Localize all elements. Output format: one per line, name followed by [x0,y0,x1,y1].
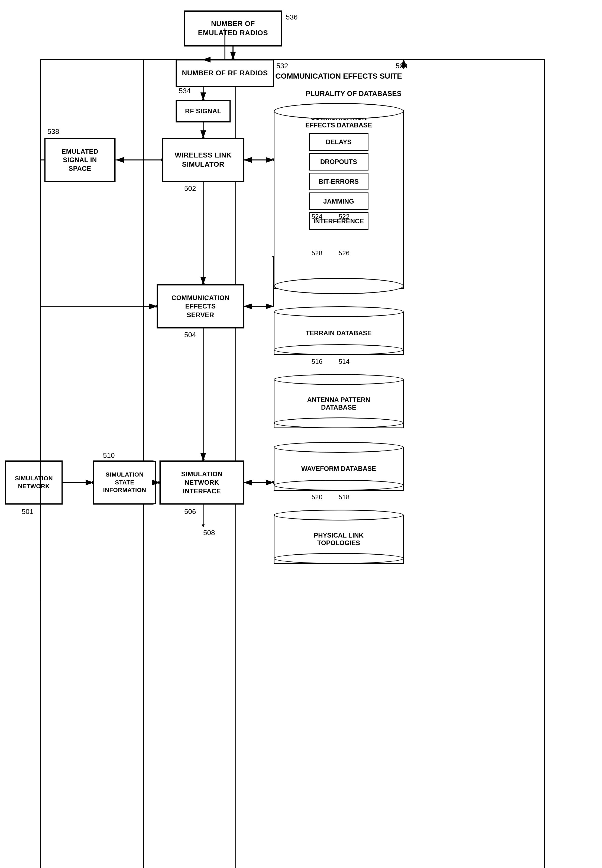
emulated-signal-box: EMULATEDSIGNAL INSPACE [45,138,115,182]
ref-502: 502 [184,184,196,193]
diagram: NUMBER OFEMULATED RADIOS 536 NUMBER OF R… [0,0,602,868]
ref-526: 526 [339,249,350,257]
dropouts-box: DROPOUTS [309,153,369,171]
waveform-db-bottom [273,480,404,491]
comm-effects-db-top [273,103,404,119]
ref-536: 536 [286,13,298,22]
comm-effects-suite-label: COMMUNICATION EFFECTS SUITE [244,72,433,80]
ref-520: 520 [312,493,322,501]
terrain-db-top [273,306,404,317]
simulation-network-label: SIMULATIONNETWORK [15,475,53,490]
ref-538: 538 [48,128,59,136]
jamming-box: JAMMING [309,192,369,210]
physical-link-top [273,509,404,520]
simulation-network-interface-label: SIMULATIONNETWORKINTERFACE [181,470,223,495]
antenna-db-label: ANTENNA PATTERNDATABASE [307,396,370,411]
number-emulated-radios-box: NUMBER OFEMULATED RADIOS [184,11,282,46]
svg-marker-41 [202,525,204,527]
simulation-state-info-label: SIMULATIONSTATEINFORMATION [103,471,146,494]
physical-link-label: PHYSICAL LINKTOPOLOGIES [314,532,364,547]
rf-signal-label: RF SIGNAL [185,107,221,115]
ref-534: 534 [179,87,190,95]
delays-label: DELAYS [326,138,352,146]
wireless-link-simulator-box: WIRELESS LINKSIMULATOR [163,138,244,182]
rf-signal-box: RF SIGNAL [176,100,230,122]
simulation-state-info-box: SIMULATIONSTATEINFORMATION [94,461,156,504]
terrain-db-label: TERRAIN DATABASE [306,329,372,337]
ref-504: 504 [184,331,196,339]
ref-508: 508 [203,529,215,537]
bit-errors-label: BIT-ERRORS [319,178,359,185]
jamming-label: JAMMING [323,198,354,205]
ref-532: 532 [276,62,288,70]
bit-errors-box: BIT-ERRORS [309,173,369,190]
ref-518: 518 [339,493,350,501]
physical-link-bottom [273,553,404,564]
antenna-db-bottom [273,417,404,428]
simulation-network-interface-box: SIMULATIONNETWORKINTERFACE [160,461,244,504]
comm-effects-server-label: COMMUNICATIONEFFECTSSERVER [172,294,229,319]
comm-effects-db-body: COMMUNICATIONEFFECTS DATABASE DELAYS DRO… [273,110,404,289]
waveform-db-top [273,442,404,453]
waveform-db-label: WAVEFORM DATABASE [301,465,376,472]
comm-effects-server-box: COMMUNICATIONEFFECTSSERVER [157,285,244,328]
ref-500: 500 [396,62,407,70]
dropouts-label: DROPOUTS [320,158,357,166]
wireless-link-simulator-label: WIRELESS LINKSIMULATOR [175,151,232,169]
ref-510: 510 [103,451,115,460]
ref-524: 524 [312,213,322,220]
ref-501: 501 [22,508,33,516]
delays-box: DELAYS [309,133,369,151]
ref-514: 514 [339,358,350,365]
terrain-db-bottom [273,344,404,355]
ref-528: 528 [312,249,322,257]
number-emulated-radios-label: NUMBER OFEMULATED RADIOS [198,19,268,38]
plurality-databases-label: PLURALITY OF DATABASES [293,89,415,98]
ref-522: 522 [339,213,350,220]
ref-516: 516 [312,358,322,365]
ref-506: 506 [184,508,196,516]
comm-effects-db-bottom [273,278,404,294]
emulated-signal-label: EMULATEDSIGNAL INSPACE [61,147,98,173]
antenna-db-top [273,374,404,385]
simulation-network-box: SIMULATIONNETWORK [5,461,62,504]
